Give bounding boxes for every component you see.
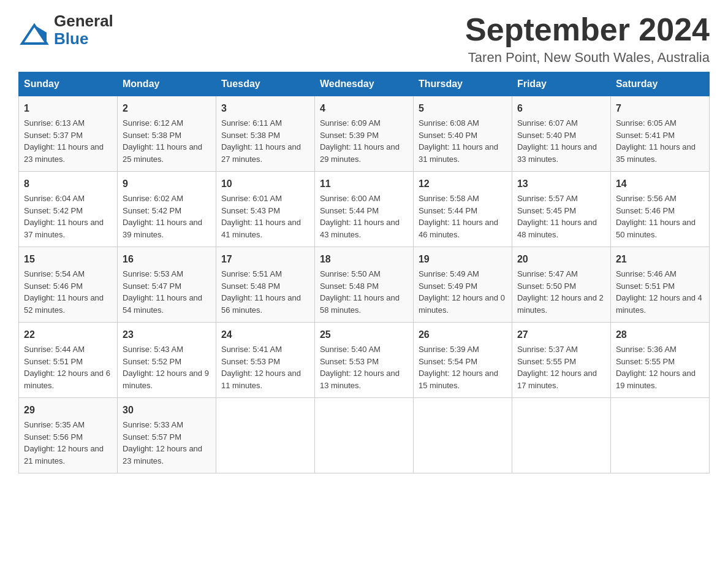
day-number: 12 [419, 177, 507, 191]
col-thursday: Thursday [413, 72, 512, 96]
logo-general-text: General [54, 12, 113, 30]
day-number: 28 [616, 327, 704, 342]
logo-svg [18, 20, 49, 47]
calendar-cell: 10 Sunrise: 6:01 AMSunset: 5:43 PMDaylig… [216, 172, 314, 247]
svg-marker-1 [34, 25, 47, 44]
day-number: 11 [320, 177, 408, 191]
logo-blue-text: Blue [54, 30, 113, 48]
calendar-cell: 14 Sunrise: 5:56 AMSunset: 5:46 PMDaylig… [610, 172, 709, 247]
day-number: 3 [221, 101, 309, 116]
day-info: Sunrise: 5:56 AMSunset: 5:46 PMDaylight:… [616, 194, 696, 239]
day-number: 7 [616, 101, 704, 116]
col-tuesday: Tuesday [216, 72, 314, 96]
day-info: Sunrise: 5:47 AMSunset: 5:50 PMDaylight:… [517, 269, 604, 315]
calendar-cell [216, 398, 314, 473]
day-info: Sunrise: 6:01 AMSunset: 5:43 PMDaylight:… [221, 194, 301, 239]
calendar-cell: 29 Sunrise: 5:35 AMSunset: 5:56 PMDaylig… [19, 398, 118, 473]
day-number: 24 [221, 327, 309, 342]
calendar-week-5: 29 Sunrise: 5:35 AMSunset: 5:56 PMDaylig… [19, 398, 710, 473]
calendar-cell: 9 Sunrise: 6:02 AMSunset: 5:42 PMDayligh… [117, 172, 216, 247]
calendar-cell: 17 Sunrise: 5:51 AMSunset: 5:48 PMDaylig… [216, 247, 314, 323]
calendar-cell: 7 Sunrise: 6:05 AMSunset: 5:41 PMDayligh… [610, 96, 709, 172]
calendar-cell [413, 398, 512, 473]
day-number: 29 [24, 403, 112, 418]
day-number: 25 [320, 327, 408, 342]
col-sunday: Sunday [19, 72, 118, 96]
calendar-cell: 28 Sunrise: 5:36 AMSunset: 5:55 PMDaylig… [610, 323, 709, 398]
calendar-cell: 23 Sunrise: 5:43 AMSunset: 5:52 PMDaylig… [117, 323, 216, 398]
calendar-table: Sunday Monday Tuesday Wednesday Thursday… [18, 72, 710, 473]
calendar-week-2: 8 Sunrise: 6:04 AMSunset: 5:42 PMDayligh… [19, 172, 710, 247]
calendar-cell: 5 Sunrise: 6:08 AMSunset: 5:40 PMDayligh… [413, 96, 512, 172]
calendar-cell: 18 Sunrise: 5:50 AMSunset: 5:48 PMDaylig… [314, 247, 413, 323]
day-info: Sunrise: 5:57 AMSunset: 5:45 PMDaylight:… [517, 194, 597, 239]
day-info: Sunrise: 5:58 AMSunset: 5:44 PMDaylight:… [419, 194, 498, 239]
day-number: 18 [320, 252, 408, 267]
day-number: 30 [123, 403, 211, 418]
calendar-cell: 1 Sunrise: 6:13 AMSunset: 5:37 PMDayligh… [19, 96, 118, 172]
calendar-cell: 4 Sunrise: 6:09 AMSunset: 5:39 PMDayligh… [314, 96, 413, 172]
day-info: Sunrise: 6:09 AMSunset: 5:39 PMDaylight:… [320, 118, 400, 164]
calendar-cell: 13 Sunrise: 5:57 AMSunset: 5:45 PMDaylig… [512, 172, 610, 247]
logo: General Blue [18, 12, 113, 47]
calendar-body: 1 Sunrise: 6:13 AMSunset: 5:37 PMDayligh… [19, 96, 710, 473]
title-block: September 2024 Taren Point, New South Wa… [465, 12, 710, 66]
calendar-cell: 25 Sunrise: 5:40 AMSunset: 5:53 PMDaylig… [314, 323, 413, 398]
day-number: 20 [517, 252, 605, 267]
calendar-cell: 12 Sunrise: 5:58 AMSunset: 5:44 PMDaylig… [413, 172, 512, 247]
col-wednesday: Wednesday [314, 72, 413, 96]
day-number: 27 [517, 327, 605, 342]
day-number: 10 [221, 177, 309, 191]
day-info: Sunrise: 5:46 AMSunset: 5:51 PMDaylight:… [616, 269, 702, 315]
day-info: Sunrise: 5:54 AMSunset: 5:46 PMDaylight:… [24, 269, 104, 315]
day-number: 5 [419, 101, 507, 116]
calendar-cell [314, 398, 413, 473]
calendar-cell: 15 Sunrise: 5:54 AMSunset: 5:46 PMDaylig… [19, 247, 118, 323]
col-monday: Monday [117, 72, 216, 96]
calendar-week-3: 15 Sunrise: 5:54 AMSunset: 5:46 PMDaylig… [19, 247, 710, 323]
day-info: Sunrise: 6:05 AMSunset: 5:41 PMDaylight:… [616, 118, 696, 164]
month-title: September 2024 [465, 12, 710, 47]
day-info: Sunrise: 5:41 AMSunset: 5:53 PMDaylight:… [221, 345, 301, 390]
logo-name-block: General Blue [54, 12, 113, 47]
calendar-cell: 16 Sunrise: 5:53 AMSunset: 5:47 PMDaylig… [117, 247, 216, 323]
day-number: 21 [616, 252, 704, 267]
calendar-cell: 22 Sunrise: 5:44 AMSunset: 5:51 PMDaylig… [19, 323, 118, 398]
location-title: Taren Point, New South Wales, Australia [465, 50, 710, 66]
day-number: 22 [24, 327, 112, 342]
col-saturday: Saturday [610, 72, 709, 96]
day-info: Sunrise: 6:08 AMSunset: 5:40 PMDaylight:… [419, 118, 498, 164]
day-number: 8 [24, 177, 112, 191]
calendar-cell: 30 Sunrise: 5:33 AMSunset: 5:57 PMDaylig… [117, 398, 216, 473]
day-number: 6 [517, 101, 605, 116]
day-number: 26 [419, 327, 507, 342]
calendar-cell: 2 Sunrise: 6:12 AMSunset: 5:38 PMDayligh… [117, 96, 216, 172]
calendar-cell: 6 Sunrise: 6:07 AMSunset: 5:40 PMDayligh… [512, 96, 610, 172]
calendar-cell [610, 398, 709, 473]
day-number: 17 [221, 252, 309, 267]
day-number: 19 [419, 252, 507, 267]
day-number: 9 [123, 177, 211, 191]
calendar-week-4: 22 Sunrise: 5:44 AMSunset: 5:51 PMDaylig… [19, 323, 710, 398]
day-info: Sunrise: 6:07 AMSunset: 5:40 PMDaylight:… [517, 118, 597, 164]
day-info: Sunrise: 5:36 AMSunset: 5:55 PMDaylight:… [616, 345, 696, 390]
day-info: Sunrise: 6:02 AMSunset: 5:42 PMDaylight:… [123, 194, 202, 239]
day-info: Sunrise: 6:04 AMSunset: 5:42 PMDaylight:… [24, 194, 104, 239]
day-info: Sunrise: 5:40 AMSunset: 5:53 PMDaylight:… [320, 345, 400, 390]
calendar-cell: 3 Sunrise: 6:11 AMSunset: 5:38 PMDayligh… [216, 96, 314, 172]
day-number: 13 [517, 177, 605, 191]
calendar-cell: 20 Sunrise: 5:47 AMSunset: 5:50 PMDaylig… [512, 247, 610, 323]
day-info: Sunrise: 6:00 AMSunset: 5:44 PMDaylight:… [320, 194, 400, 239]
day-info: Sunrise: 5:33 AMSunset: 5:57 PMDaylight:… [123, 420, 202, 465]
day-info: Sunrise: 5:49 AMSunset: 5:49 PMDaylight:… [419, 269, 505, 315]
day-info: Sunrise: 5:51 AMSunset: 5:48 PMDaylight:… [221, 269, 301, 315]
calendar-cell: 8 Sunrise: 6:04 AMSunset: 5:42 PMDayligh… [19, 172, 118, 247]
day-info: Sunrise: 6:12 AMSunset: 5:38 PMDaylight:… [123, 118, 202, 164]
day-number: 14 [616, 177, 704, 191]
calendar-header: Sunday Monday Tuesday Wednesday Thursday… [19, 72, 710, 96]
header-row: Sunday Monday Tuesday Wednesday Thursday… [19, 72, 710, 96]
calendar-cell: 24 Sunrise: 5:41 AMSunset: 5:53 PMDaylig… [216, 323, 314, 398]
day-info: Sunrise: 5:39 AMSunset: 5:54 PMDaylight:… [419, 345, 498, 390]
col-friday: Friday [512, 72, 610, 96]
calendar-cell: 19 Sunrise: 5:49 AMSunset: 5:49 PMDaylig… [413, 247, 512, 323]
